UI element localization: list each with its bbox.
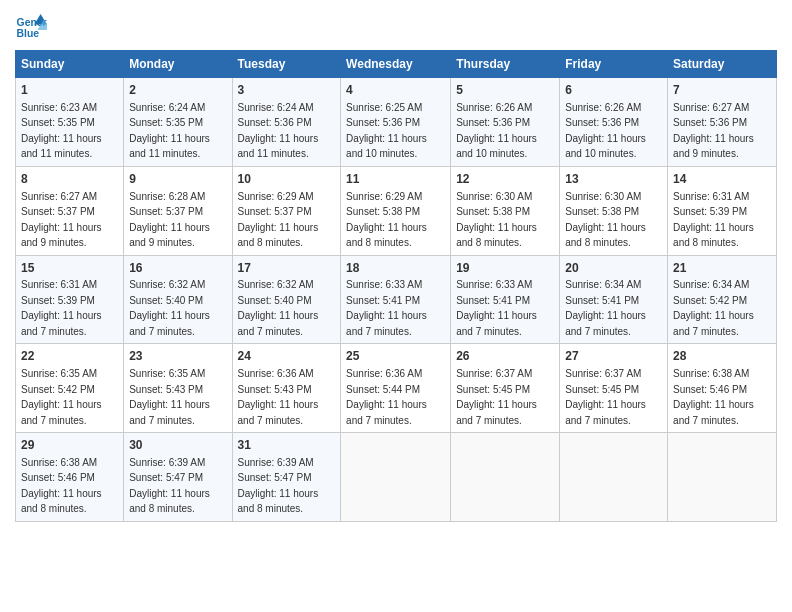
calendar-header-row: SundayMondayTuesdayWednesdayThursdayFrid… <box>16 51 777 78</box>
day-number: 15 <box>21 260 118 277</box>
day-detail: Sunrise: 6:33 AMSunset: 5:41 PMDaylight:… <box>456 279 537 337</box>
calendar-cell: 14 Sunrise: 6:31 AMSunset: 5:39 PMDaylig… <box>668 166 777 255</box>
day-number: 25 <box>346 348 445 365</box>
day-detail: Sunrise: 6:26 AMSunset: 5:36 PMDaylight:… <box>565 102 646 160</box>
day-detail: Sunrise: 6:39 AMSunset: 5:47 PMDaylight:… <box>129 457 210 515</box>
calendar-week-3: 15 Sunrise: 6:31 AMSunset: 5:39 PMDaylig… <box>16 255 777 344</box>
day-number: 18 <box>346 260 445 277</box>
header-tuesday: Tuesday <box>232 51 341 78</box>
calendar-cell: 17 Sunrise: 6:32 AMSunset: 5:40 PMDaylig… <box>232 255 341 344</box>
day-number: 4 <box>346 82 445 99</box>
calendar-cell: 8 Sunrise: 6:27 AMSunset: 5:37 PMDayligh… <box>16 166 124 255</box>
header-wednesday: Wednesday <box>341 51 451 78</box>
day-number: 20 <box>565 260 662 277</box>
day-number: 6 <box>565 82 662 99</box>
header-saturday: Saturday <box>668 51 777 78</box>
day-detail: Sunrise: 6:24 AMSunset: 5:36 PMDaylight:… <box>238 102 319 160</box>
day-detail: Sunrise: 6:26 AMSunset: 5:36 PMDaylight:… <box>456 102 537 160</box>
calendar-cell: 2 Sunrise: 6:24 AMSunset: 5:35 PMDayligh… <box>124 78 232 167</box>
calendar-cell: 27 Sunrise: 6:37 AMSunset: 5:45 PMDaylig… <box>560 344 668 433</box>
day-number: 14 <box>673 171 771 188</box>
header-monday: Monday <box>124 51 232 78</box>
day-number: 5 <box>456 82 554 99</box>
day-detail: Sunrise: 6:29 AMSunset: 5:38 PMDaylight:… <box>346 191 427 249</box>
day-detail: Sunrise: 6:29 AMSunset: 5:37 PMDaylight:… <box>238 191 319 249</box>
day-number: 9 <box>129 171 226 188</box>
day-detail: Sunrise: 6:39 AMSunset: 5:47 PMDaylight:… <box>238 457 319 515</box>
calendar-cell: 11 Sunrise: 6:29 AMSunset: 5:38 PMDaylig… <box>341 166 451 255</box>
calendar-cell: 15 Sunrise: 6:31 AMSunset: 5:39 PMDaylig… <box>16 255 124 344</box>
day-number: 29 <box>21 437 118 454</box>
day-number: 11 <box>346 171 445 188</box>
day-detail: Sunrise: 6:36 AMSunset: 5:43 PMDaylight:… <box>238 368 319 426</box>
day-detail: Sunrise: 6:35 AMSunset: 5:42 PMDaylight:… <box>21 368 102 426</box>
calendar-table: SundayMondayTuesdayWednesdayThursdayFrid… <box>15 50 777 522</box>
day-detail: Sunrise: 6:31 AMSunset: 5:39 PMDaylight:… <box>21 279 102 337</box>
calendar-cell: 23 Sunrise: 6:35 AMSunset: 5:43 PMDaylig… <box>124 344 232 433</box>
day-detail: Sunrise: 6:38 AMSunset: 5:46 PMDaylight:… <box>673 368 754 426</box>
day-number: 12 <box>456 171 554 188</box>
day-detail: Sunrise: 6:30 AMSunset: 5:38 PMDaylight:… <box>565 191 646 249</box>
calendar-cell: 12 Sunrise: 6:30 AMSunset: 5:38 PMDaylig… <box>451 166 560 255</box>
day-number: 23 <box>129 348 226 365</box>
day-number: 19 <box>456 260 554 277</box>
logo: General Blue <box>15 10 47 42</box>
calendar-cell: 21 Sunrise: 6:34 AMSunset: 5:42 PMDaylig… <box>668 255 777 344</box>
day-detail: Sunrise: 6:36 AMSunset: 5:44 PMDaylight:… <box>346 368 427 426</box>
day-detail: Sunrise: 6:25 AMSunset: 5:36 PMDaylight:… <box>346 102 427 160</box>
calendar-cell <box>341 433 451 522</box>
calendar-cell: 9 Sunrise: 6:28 AMSunset: 5:37 PMDayligh… <box>124 166 232 255</box>
day-detail: Sunrise: 6:35 AMSunset: 5:43 PMDaylight:… <box>129 368 210 426</box>
calendar-cell: 6 Sunrise: 6:26 AMSunset: 5:36 PMDayligh… <box>560 78 668 167</box>
day-number: 7 <box>673 82 771 99</box>
day-detail: Sunrise: 6:31 AMSunset: 5:39 PMDaylight:… <box>673 191 754 249</box>
day-number: 10 <box>238 171 336 188</box>
day-number: 17 <box>238 260 336 277</box>
calendar-cell: 26 Sunrise: 6:37 AMSunset: 5:45 PMDaylig… <box>451 344 560 433</box>
calendar-cell: 19 Sunrise: 6:33 AMSunset: 5:41 PMDaylig… <box>451 255 560 344</box>
day-number: 8 <box>21 171 118 188</box>
header-thursday: Thursday <box>451 51 560 78</box>
day-number: 24 <box>238 348 336 365</box>
day-detail: Sunrise: 6:32 AMSunset: 5:40 PMDaylight:… <box>129 279 210 337</box>
calendar-cell: 4 Sunrise: 6:25 AMSunset: 5:36 PMDayligh… <box>341 78 451 167</box>
calendar-cell: 16 Sunrise: 6:32 AMSunset: 5:40 PMDaylig… <box>124 255 232 344</box>
svg-text:Blue: Blue <box>17 28 40 39</box>
day-number: 30 <box>129 437 226 454</box>
calendar-cell: 5 Sunrise: 6:26 AMSunset: 5:36 PMDayligh… <box>451 78 560 167</box>
calendar-week-2: 8 Sunrise: 6:27 AMSunset: 5:37 PMDayligh… <box>16 166 777 255</box>
calendar-cell: 1 Sunrise: 6:23 AMSunset: 5:35 PMDayligh… <box>16 78 124 167</box>
calendar-cell: 22 Sunrise: 6:35 AMSunset: 5:42 PMDaylig… <box>16 344 124 433</box>
day-number: 31 <box>238 437 336 454</box>
logo-icon: General Blue <box>15 10 47 42</box>
calendar-cell: 7 Sunrise: 6:27 AMSunset: 5:36 PMDayligh… <box>668 78 777 167</box>
day-detail: Sunrise: 6:33 AMSunset: 5:41 PMDaylight:… <box>346 279 427 337</box>
header-friday: Friday <box>560 51 668 78</box>
calendar-cell: 24 Sunrise: 6:36 AMSunset: 5:43 PMDaylig… <box>232 344 341 433</box>
calendar-cell: 25 Sunrise: 6:36 AMSunset: 5:44 PMDaylig… <box>341 344 451 433</box>
day-detail: Sunrise: 6:38 AMSunset: 5:46 PMDaylight:… <box>21 457 102 515</box>
day-number: 3 <box>238 82 336 99</box>
header-sunday: Sunday <box>16 51 124 78</box>
day-detail: Sunrise: 6:27 AMSunset: 5:37 PMDaylight:… <box>21 191 102 249</box>
day-number: 27 <box>565 348 662 365</box>
day-detail: Sunrise: 6:32 AMSunset: 5:40 PMDaylight:… <box>238 279 319 337</box>
calendar-cell <box>560 433 668 522</box>
calendar-week-5: 29 Sunrise: 6:38 AMSunset: 5:46 PMDaylig… <box>16 433 777 522</box>
day-number: 21 <box>673 260 771 277</box>
day-number: 13 <box>565 171 662 188</box>
day-detail: Sunrise: 6:28 AMSunset: 5:37 PMDaylight:… <box>129 191 210 249</box>
calendar-cell: 31 Sunrise: 6:39 AMSunset: 5:47 PMDaylig… <box>232 433 341 522</box>
day-number: 16 <box>129 260 226 277</box>
calendar-cell: 18 Sunrise: 6:33 AMSunset: 5:41 PMDaylig… <box>341 255 451 344</box>
calendar-week-4: 22 Sunrise: 6:35 AMSunset: 5:42 PMDaylig… <box>16 344 777 433</box>
calendar-cell: 3 Sunrise: 6:24 AMSunset: 5:36 PMDayligh… <box>232 78 341 167</box>
calendar-cell: 29 Sunrise: 6:38 AMSunset: 5:46 PMDaylig… <box>16 433 124 522</box>
calendar-cell: 10 Sunrise: 6:29 AMSunset: 5:37 PMDaylig… <box>232 166 341 255</box>
day-number: 2 <box>129 82 226 99</box>
day-detail: Sunrise: 6:23 AMSunset: 5:35 PMDaylight:… <box>21 102 102 160</box>
calendar-cell: 30 Sunrise: 6:39 AMSunset: 5:47 PMDaylig… <box>124 433 232 522</box>
calendar-cell: 20 Sunrise: 6:34 AMSunset: 5:41 PMDaylig… <box>560 255 668 344</box>
calendar-week-1: 1 Sunrise: 6:23 AMSunset: 5:35 PMDayligh… <box>16 78 777 167</box>
day-detail: Sunrise: 6:24 AMSunset: 5:35 PMDaylight:… <box>129 102 210 160</box>
